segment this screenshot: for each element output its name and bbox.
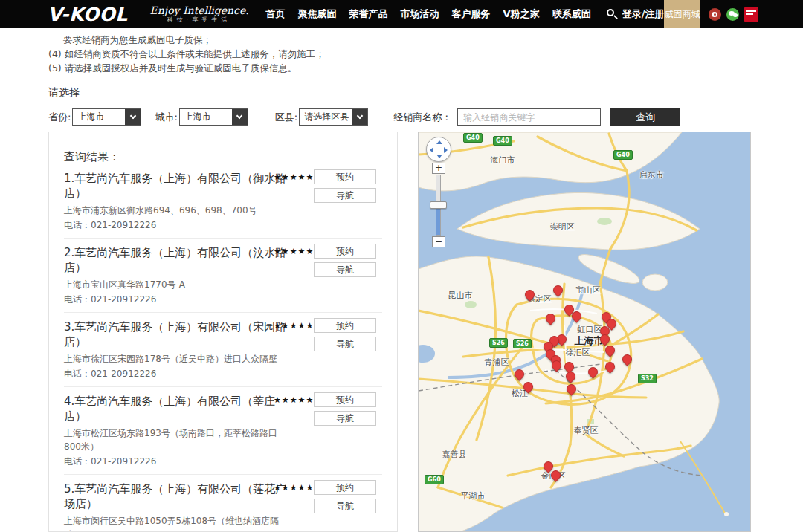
map-place-label: 昆山市 — [448, 290, 473, 301]
results-title: 查询结果： — [64, 150, 382, 164]
social-icons — [709, 7, 758, 22]
reserve-button[interactable]: 预约 — [314, 392, 376, 407]
nav-item[interactable]: 聚焦威固 — [298, 7, 337, 21]
dealer-keyword-input[interactable] — [457, 108, 601, 126]
dealer-phone: 电话：021-20912226 — [64, 293, 288, 306]
dealer-result-item: 3.车艺尚汽车服务（上海）有限公司（宋园路店）上海市徐汇区宋园路178号（近吴中… — [64, 313, 382, 387]
slogan-script: Enjoy Intelligence. — [150, 5, 248, 16]
dealer-result-item: 4.车艺尚汽车服务（上海）有限公司（莘庄店）上海市松江区场东路193号（场南路口… — [64, 387, 382, 475]
nav-item[interactable]: 联系威固 — [552, 7, 591, 21]
dealer-name: 1.车艺尚汽车服务（上海）有限公司（御水路店） — [64, 171, 288, 201]
dealer-address: 上海市浦东新区御水路694、696、698、700号 — [64, 204, 288, 217]
nav-item[interactable]: 荣誉产品 — [349, 7, 388, 21]
wechat-icon[interactable] — [726, 8, 739, 21]
pan-left-icon — [430, 147, 433, 153]
dealer-result-item: 1.车艺尚汽车服务（上海）有限公司（御水路店）上海市浦东新区御水路694、696… — [64, 164, 382, 239]
notice-line: 要求经销商为您生成威固电子质保； — [0, 33, 803, 47]
reserve-button[interactable]: 预约 — [314, 169, 376, 184]
province-label: 省份: — [48, 111, 71, 124]
district-select[interactable]: 请选择区县 — [299, 108, 368, 126]
dealer-result-item: 2.车艺尚汽车服务（上海）有限公司（汶水路店）上海市宝山区真华路1770号-A电… — [64, 239, 382, 313]
dealer-address: 上海市闵行区吴中路1050弄5栋108号（维也纳酒店隔壁） — [64, 514, 288, 532]
main-nav: 首页聚焦威固荣誉产品市场活动客户服务V粉之家联系威固 — [266, 7, 591, 21]
navigate-button[interactable]: 导航 — [314, 411, 376, 426]
search-button[interactable]: 查询 — [610, 108, 680, 126]
rating-stars: ★★★★★ — [274, 172, 314, 182]
map-place-label: 嘉善县 — [442, 449, 467, 460]
nav-item[interactable]: 首页 — [266, 7, 286, 21]
road-badge: G60 — [425, 475, 444, 484]
pan-down-icon — [436, 155, 442, 158]
road-badge: G40 — [463, 133, 483, 143]
chevron-down-icon — [125, 109, 141, 125]
weibo-icon[interactable] — [709, 8, 721, 21]
map-place-label: 徐汇区 — [566, 347, 590, 358]
road-badge: S32 — [638, 374, 657, 383]
dealer-name: 2.车艺尚汽车服务（上海）有限公司（汶水路店） — [64, 245, 288, 275]
map-pan-control[interactable] — [426, 137, 451, 162]
province-value: 上海市 — [77, 109, 123, 125]
zoom-slider-handle[interactable] — [430, 201, 447, 209]
road-badge: G40 — [613, 150, 633, 160]
nav-item[interactable]: 市场活动 — [401, 7, 439, 21]
dealer-phone: 电话：021-20912226 — [64, 367, 288, 380]
dealer-actions: 预约导航 — [314, 480, 376, 517]
reserve-button[interactable]: 预约 — [314, 318, 376, 333]
navigate-button[interactable]: 导航 — [314, 262, 376, 277]
reserve-button[interactable]: 预约 — [314, 244, 376, 259]
dealer-name-label: 经销商名称： — [393, 111, 451, 124]
navigate-button[interactable]: 导航 — [314, 188, 376, 203]
map-place-label: 虹口区 — [578, 324, 602, 335]
notice-line: (4) 如经销商资质不符合以上条件或未能提供上述服务，请勿施工； — [0, 47, 803, 61]
map-place-label: 宝山区 — [576, 285, 601, 296]
dealer-address: 上海市宝山区真华路1770号-A — [64, 278, 288, 291]
district-value: 请选择区县 — [304, 109, 350, 125]
zoom-in-button[interactable]: + — [432, 163, 445, 174]
city-value: 上海市 — [184, 109, 230, 125]
dealer-phone: 电话：021-20912226 — [64, 218, 288, 232]
road-badge: G40 — [493, 136, 512, 146]
district-label: 区县: — [275, 111, 297, 124]
rating-stars: ★★★★★ — [274, 321, 314, 331]
nav-item[interactable]: V粉之家 — [503, 7, 540, 21]
warranty-notice: 要求经销商为您生成威固电子质保； (4) 如经销商资质不符合以上条件或未能提供上… — [0, 28, 803, 75]
filter-row: 省份: 上海市 城市: 上海市 区县: 请选择区县 经销商名称： 查询 — [48, 108, 803, 126]
results-panel: 查询结果： 1.车艺尚汽车服务（上海）有限公司（御水路店）上海市浦东新区御水路6… — [48, 132, 398, 532]
choose-title: 请选择 — [48, 86, 803, 100]
dealer-actions: 预约导航 — [314, 318, 376, 355]
mall-button[interactable]: 威固商城 — [664, 0, 700, 28]
map-place-label: 平湖市 — [461, 490, 486, 502]
navigate-button[interactable]: 导航 — [314, 499, 376, 513]
city-label: 城市: — [155, 111, 177, 124]
dealer-name: 3.车艺尚汽车服务（上海）有限公司（宋园路店） — [64, 319, 288, 349]
map-place-label: 崇明区 — [550, 221, 575, 233]
tmall-icon[interactable] — [744, 7, 758, 22]
road-badge: S26 — [513, 339, 532, 348]
nav-item[interactable]: 客户服务 — [452, 7, 491, 21]
map-place-label: 启东市 — [639, 169, 664, 181]
login-register-link[interactable]: 登录/注册 — [622, 7, 665, 21]
dealer-address: 上海市徐汇区宋园路178号（近吴中路）进口大众隔壁 — [64, 352, 288, 366]
city-select[interactable]: 上海市 — [179, 108, 248, 126]
dealer-name: 4.车艺尚汽车服务（上海）有限公司（莘庄店） — [64, 394, 288, 424]
notice-line: (5) 请选择威固授权店并及时生成与验证威固电子质保信息。 — [0, 61, 803, 75]
results-list: 1.车艺尚汽车服务（上海）有限公司（御水路店）上海市浦东新区御水路694、696… — [64, 164, 382, 532]
reserve-button[interactable]: 预约 — [314, 480, 376, 495]
zoom-out-button[interactable]: − — [432, 236, 445, 247]
rating-stars: ★★★★★ — [274, 247, 314, 256]
dealer-address: 上海市松江区场东路193号（场南路口，距莘松路路口800米） — [64, 426, 288, 453]
pan-up-icon — [436, 140, 442, 144]
magnifier-handle — [613, 15, 618, 19]
dealer-actions: 预约导航 — [314, 244, 376, 281]
vkool-logo[interactable]: V-KOOL — [48, 4, 128, 25]
map-canvas[interactable]: 海门市启东市崇明区昆山市嘉定区宝山区虹口区上海市徐汇区青浦区松江奉贤区嘉善县平湖… — [418, 132, 751, 532]
province-select[interactable]: 上海市 — [72, 108, 141, 126]
rating-stars: ★★★★★ — [274, 395, 314, 405]
map-place-label: 海门市 — [491, 155, 515, 166]
header: V-KOOL Enjoy Intelligence. 科技·享受生活 首页聚焦威… — [0, 0, 803, 28]
chevron-down-icon — [232, 109, 248, 125]
navigate-button[interactable]: 导航 — [314, 337, 376, 351]
map-place-label: 上海市 — [575, 334, 604, 348]
brand-slogan: Enjoy Intelligence. 科技·享受生活 — [150, 5, 248, 23]
slogan-chinese: 科技·享受生活 — [150, 17, 248, 23]
